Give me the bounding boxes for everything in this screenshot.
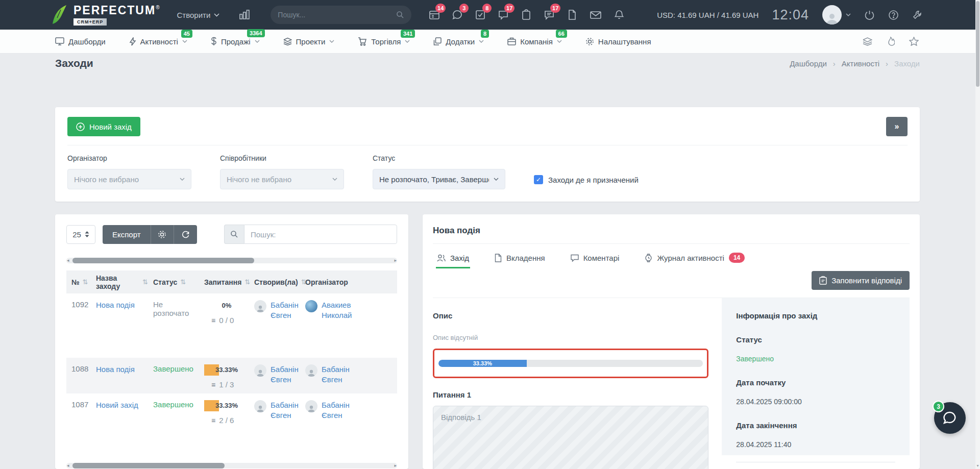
creator-link[interactable]: Бабанін Євген [271, 364, 300, 393]
copy-icon [433, 37, 442, 45]
organizer-link[interactable]: Бабанін Євген [322, 400, 354, 435]
nav-item-company[interactable]: Компанія 66 [507, 37, 562, 46]
calendar-icon[interactable]: 14 [429, 9, 440, 20]
chat-icon[interactable]: 3 [452, 9, 463, 20]
table-row[interactable]: 1087 Новий захід Завершено 33.33% ≡2 / 6… [66, 393, 397, 435]
table-horizontal-scrollbar-bottom[interactable]: ◂ ▸ [66, 463, 397, 468]
table-search-input[interactable] [244, 225, 397, 244]
status-select[interactable]: Не розпочато, Триває, Завершен [373, 169, 505, 189]
event-name-link[interactable]: Нова подія [96, 365, 135, 374]
nav-item-activities[interactable]: Активності 45 [129, 37, 187, 46]
export-button[interactable]: Експорт [103, 225, 151, 244]
table-search [224, 225, 397, 244]
columns-settings-button[interactable] [151, 225, 174, 244]
global-search-input[interactable] [278, 11, 396, 19]
refresh-button[interactable] [174, 225, 197, 244]
power-icon [864, 10, 875, 20]
creator-link[interactable]: Бабанін Євген [271, 300, 300, 358]
row-creator: Бабанін Євген [249, 364, 300, 393]
tab-label: Захід [450, 254, 469, 262]
logout-button[interactable] [864, 10, 875, 20]
nav-item-dashboards[interactable]: Дашборди [55, 37, 106, 46]
breadcrumb: Дашборди › Активності › Заходи [790, 59, 920, 68]
user-menu[interactable] [822, 5, 851, 24]
task-check-icon[interactable]: 8 [475, 9, 486, 20]
bell-icon[interactable] [614, 9, 625, 20]
app-logo[interactable]: PERFECTUM® CRM+ERP [51, 5, 160, 26]
column-header-organizer[interactable]: Організатор [300, 278, 397, 286]
tab-event[interactable]: Захід [436, 246, 470, 268]
nav-item-sales[interactable]: Продажі 3364 [211, 37, 260, 46]
event-name-link[interactable]: Новий захід [96, 401, 138, 409]
info-end-label: Дата закінчення [736, 421, 895, 430]
sort-icon[interactable]: ⇅ [142, 278, 148, 286]
stack-icon[interactable] [863, 37, 872, 46]
table-row-selected[interactable]: 1088 Нова подія Завершено 33.33% ≡1 / 3 … [66, 358, 397, 393]
column-header-id[interactable]: №⇅ [66, 278, 91, 286]
scrollbar-thumb[interactable] [72, 258, 254, 263]
nav-label: Проекти [296, 37, 326, 46]
scrollbar-thumb[interactable] [72, 463, 225, 468]
flame-icon[interactable] [887, 37, 895, 46]
table-row[interactable]: 1092 Нова подія Не розпочато 0% ≡0 / 0 Б… [66, 293, 397, 358]
window-scrollbar-thumb[interactable] [976, 1, 979, 87]
clipboard-icon[interactable] [521, 9, 532, 20]
employees-select[interactable]: Нічого не вибрано [220, 169, 344, 189]
tab-attachments[interactable]: Вкладення [494, 246, 546, 268]
assigned-checkbox[interactable]: ✓ [534, 175, 543, 184]
nav-item-projects[interactable]: Проекти [283, 37, 335, 46]
organizer-select[interactable]: Нічого не вибрано [67, 169, 191, 189]
page-size-select[interactable]: 25 [66, 225, 95, 244]
organizer-link[interactable]: Бабанін Євген [322, 364, 354, 393]
collapse-panel-button[interactable]: » [886, 117, 908, 136]
nav-item-settings[interactable]: Налаштування [585, 37, 651, 46]
nav-badge: 45 [181, 30, 192, 38]
breadcrumb-activities[interactable]: Активності [842, 59, 879, 68]
scroll-right-arrow[interactable]: ▸ [394, 463, 397, 468]
column-header-questions[interactable]: Запитання⇅ [199, 278, 249, 286]
support-chat-button[interactable]: 3 [934, 402, 966, 434]
message-lines-icon[interactable]: 17 [544, 9, 555, 20]
help-button[interactable] [888, 10, 899, 20]
star-icon[interactable] [909, 37, 919, 46]
scroll-left-arrow[interactable]: ◂ [67, 463, 69, 468]
new-event-button[interactable]: Новий захід [67, 117, 140, 136]
scroll-left-arrow[interactable]: ◂ [67, 258, 69, 263]
event-name-link[interactable]: Нова подія [96, 301, 135, 309]
comment-icon[interactable]: 17 [498, 9, 509, 20]
questions-progress-label: 0% [204, 300, 249, 311]
statistics-button[interactable] [239, 9, 250, 20]
row-creator: Бабанін Євген [249, 300, 300, 358]
tools-button[interactable] [912, 10, 923, 20]
file-icon[interactable] [567, 9, 578, 20]
table-header-row: №⇅ Назва заходу⇅ Статус⇅ Запитання⇅ Ство… [66, 270, 397, 293]
sort-icon[interactable]: ⇅ [180, 278, 186, 286]
tab-activity-log[interactable]: Журнал активності 14 [644, 245, 746, 269]
table-horizontal-scrollbar-top[interactable]: ◂ ▸ [66, 258, 397, 263]
window-scrollbar[interactable]: ▾ [975, 0, 980, 469]
nav-item-apps[interactable]: Додатки 8 [433, 37, 484, 46]
chevron-down-icon [180, 178, 185, 181]
global-search [271, 6, 411, 24]
column-header-creator[interactable]: Створив(ла)⇅ [249, 278, 300, 286]
assigned-filter[interactable]: ✓ Заходи де я призначений [534, 175, 639, 184]
scroll-down-arrow[interactable]: ▾ [975, 463, 980, 468]
avatar [254, 300, 266, 312]
column-header-name[interactable]: Назва заходу⇅ [91, 274, 148, 290]
mail-icon[interactable] [590, 9, 602, 20]
avatar[interactable] [822, 5, 842, 24]
search-icon[interactable] [396, 11, 404, 19]
answer-textarea[interactable]: Відповідь 1 [433, 406, 708, 469]
nav-item-trade[interactable]: Торгівля 341 [358, 37, 410, 46]
create-button[interactable]: Створити [177, 11, 220, 19]
fill-answers-button[interactable]: Заповнити відповіді [812, 271, 910, 290]
nav-label: Продажі [221, 37, 251, 46]
scroll-right-arrow[interactable]: ▸ [394, 258, 397, 263]
sort-icon[interactable]: ⇅ [83, 278, 88, 286]
creator-link[interactable]: Бабанін Євген [271, 400, 300, 435]
organizer-link[interactable]: Авакиев Николай [322, 300, 354, 358]
tab-comments[interactable]: Коментарі [570, 246, 621, 268]
column-header-status[interactable]: Статус⇅ [148, 278, 199, 286]
organizer-select-value: Нічого не вибрано [74, 175, 139, 184]
breadcrumb-dashboards[interactable]: Дашборди [790, 59, 827, 68]
